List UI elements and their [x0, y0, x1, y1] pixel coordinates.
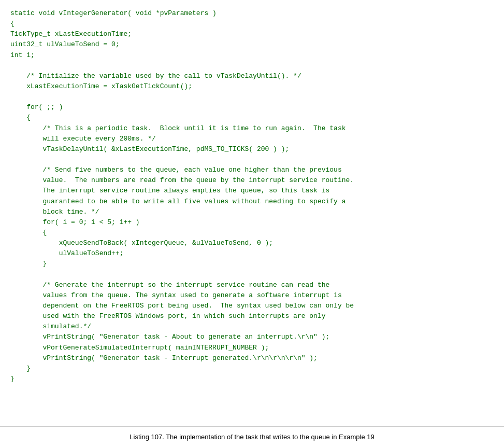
caption-bar: Listing 107. The implementation of the t…	[0, 426, 504, 447]
caption-text: Listing 107. The implementation of the t…	[129, 433, 374, 441]
code-area: static void vIntegerGenerator( void *pvP…	[0, 0, 504, 426]
code-block: static void vIntegerGenerator( void *pvP…	[10, 8, 494, 384]
page-container: static void vIntegerGenerator( void *pvP…	[0, 0, 504, 447]
